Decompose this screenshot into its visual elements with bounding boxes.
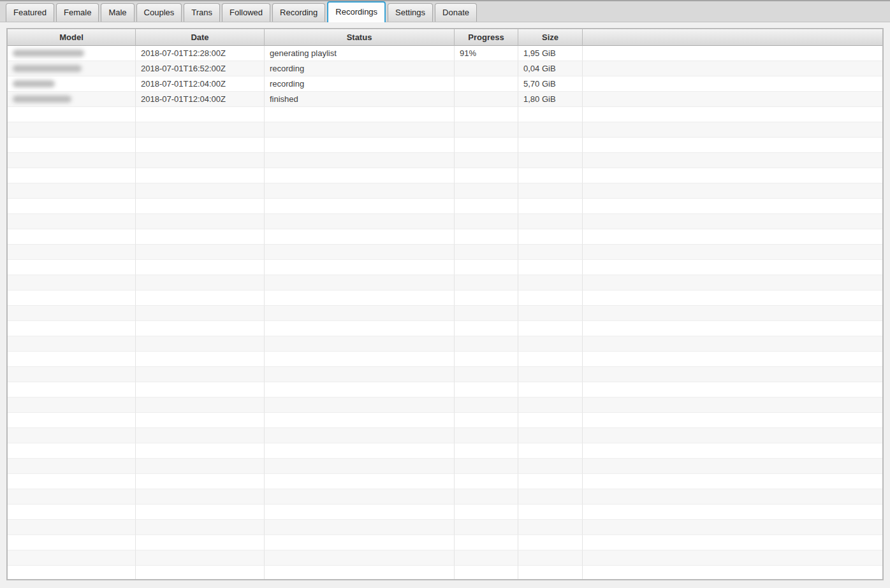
tab-settings[interactable]: Settings — [388, 3, 433, 22]
column-header-date[interactable]: Date — [136, 29, 265, 46]
cell-date — [136, 336, 265, 352]
recordings-page: ModelDateStatusProgressSize 2018-07-01T1… — [0, 23, 890, 588]
cell-size — [518, 550, 583, 566]
cell-status — [265, 138, 455, 153]
cell-size — [518, 183, 583, 199]
cell-size — [518, 214, 583, 229]
cell-size — [518, 245, 583, 260]
cell-progress — [455, 535, 518, 550]
cell-status — [265, 520, 455, 535]
cell-size — [518, 153, 583, 168]
cell-filler — [583, 168, 882, 183]
cell-model — [8, 413, 136, 428]
cell-date — [136, 260, 265, 275]
cell-filler — [583, 199, 882, 214]
cell-date — [136, 413, 265, 428]
cell-progress — [455, 413, 518, 428]
cell-progress — [455, 459, 518, 474]
cell-date — [136, 107, 265, 122]
cell-filler — [583, 153, 882, 168]
table-empty-row — [8, 229, 882, 245]
cell-date — [136, 566, 265, 580]
table-row[interactable]: 2018-07-01T12:28:00Zgenerating playlist9… — [8, 46, 882, 61]
cell-status — [265, 153, 455, 168]
tab-couples[interactable]: Couples — [136, 3, 182, 22]
cell-filler — [583, 352, 882, 367]
column-header-progress[interactable]: Progress — [455, 29, 518, 46]
cell-size — [518, 459, 583, 474]
cell-size: 0,04 GiB — [518, 61, 583, 76]
cell-status — [265, 122, 455, 138]
cell-progress — [455, 61, 518, 76]
cell-status — [265, 535, 455, 550]
tab-trans[interactable]: Trans — [184, 3, 220, 22]
cell-status: recording — [265, 61, 455, 76]
table-empty-row — [8, 290, 882, 306]
table-empty-row — [8, 107, 882, 122]
cell-progress — [455, 260, 518, 275]
tab-recordings[interactable]: Recordings — [327, 1, 386, 22]
table-row[interactable]: 2018-07-01T12:04:00Zfinished1,80 GiB — [8, 92, 882, 107]
cell-model — [8, 168, 136, 183]
cell-text-size: 1,95 GiB — [523, 46, 556, 61]
cell-date — [136, 474, 265, 489]
table-empty-row — [8, 336, 882, 352]
tab-female[interactable]: Female — [56, 3, 99, 22]
table-row[interactable]: 2018-07-01T12:04:00Zrecording5,70 GiB — [8, 76, 882, 92]
cell-progress — [455, 306, 518, 321]
cell-progress — [455, 474, 518, 489]
cell-model — [8, 474, 136, 489]
cell-filler — [583, 214, 882, 229]
cell-model — [8, 245, 136, 260]
cell-size — [518, 505, 583, 520]
table-empty-row — [8, 306, 882, 321]
cell-size — [518, 535, 583, 550]
tab-followed[interactable]: Followed — [222, 3, 270, 22]
table-empty-row — [8, 214, 882, 229]
cell-status — [265, 382, 455, 398]
table-empty-row — [8, 352, 882, 367]
cell-status — [265, 290, 455, 306]
cell-filler — [583, 260, 882, 275]
cell-date — [136, 382, 265, 398]
cell-size — [518, 321, 583, 336]
cell-filler — [583, 321, 882, 336]
cell-filler — [583, 550, 882, 566]
table-empty-row — [8, 183, 882, 199]
column-header-model[interactable]: Model — [8, 29, 136, 46]
cell-model — [8, 306, 136, 321]
cell-progress — [455, 229, 518, 245]
column-header-status[interactable]: Status — [265, 29, 455, 46]
cell-size — [518, 275, 583, 290]
tab-recording[interactable]: Recording — [272, 3, 325, 22]
cell-filler — [583, 459, 882, 474]
cell-status — [265, 489, 455, 505]
cell-filler — [583, 566, 882, 580]
cell-date — [136, 321, 265, 336]
cell-text-status: finished — [270, 92, 298, 106]
tab-male[interactable]: Male — [101, 3, 134, 22]
cell-size — [518, 367, 583, 382]
cell-size — [518, 398, 583, 413]
cell-status: generating playlist — [265, 46, 455, 61]
cell-date: 2018-07-01T12:28:00Z — [136, 46, 265, 61]
cell-filler — [583, 489, 882, 505]
cell-date — [136, 398, 265, 413]
cell-text-status: recording — [270, 76, 304, 91]
redacted-model-name — [13, 65, 82, 72]
table-row[interactable]: 2018-07-01T16:52:00Zrecording0,04 GiB — [8, 61, 882, 76]
cell-progress — [455, 183, 518, 199]
cell-size — [518, 122, 583, 138]
table-empty-row — [8, 413, 882, 428]
cell-model — [8, 229, 136, 245]
cell-progress — [455, 168, 518, 183]
tab-featured[interactable]: Featured — [6, 3, 54, 22]
tab-donate[interactable]: Donate — [435, 3, 477, 22]
cell-date — [136, 168, 265, 183]
column-header-size[interactable]: Size — [518, 29, 583, 46]
cell-status — [265, 306, 455, 321]
table-empty-row — [8, 122, 882, 138]
column-header-filler — [583, 29, 882, 46]
app-window: FeaturedFemaleMaleCouplesTransFollowedRe… — [0, 0, 890, 588]
cell-status — [265, 321, 455, 336]
